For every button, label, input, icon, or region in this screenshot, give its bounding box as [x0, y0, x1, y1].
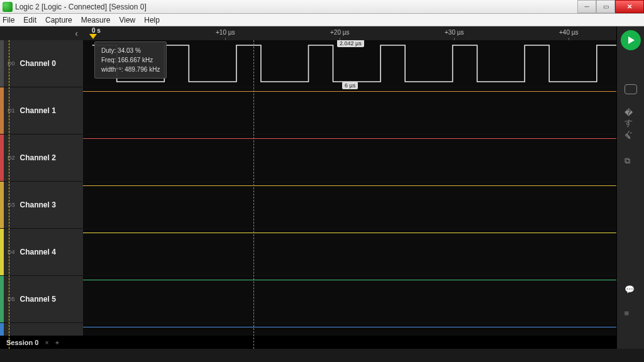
- app-icon: [3, 2, 13, 12]
- channel-id: D5: [8, 296, 15, 302]
- channel-color-swatch: [0, 229, 4, 275]
- time-tick: +20 µs: [330, 29, 350, 36]
- channel-track[interactable]: D4 Channel 4 H L: [0, 229, 644, 276]
- flat-waveform: [83, 185, 644, 186]
- session-tab[interactable]: Session 0: [6, 339, 38, 346]
- pulse-width-label: 2.042 µs: [337, 40, 364, 47]
- channel-color-swatch: [0, 276, 4, 322]
- waveform-area[interactable]: [83, 182, 644, 228]
- time-zero-label: 0 s: [92, 27, 101, 34]
- session-bar: Session 0 × + 4 µs ˄: [0, 336, 644, 349]
- period-label: 6 µs: [342, 82, 358, 89]
- extensions-panel-icon[interactable]: ⧉: [625, 156, 637, 166]
- waveform-area[interactable]: [83, 229, 644, 275]
- measurement-tooltip: Duty: 34.03 %Freq: 166.667 kHzwidth⁻¹: 4…: [94, 41, 167, 79]
- channel-name: Channel 1: [20, 106, 56, 115]
- menu-file[interactable]: File: [3, 16, 14, 25]
- waveform-area[interactable]: [83, 134, 644, 181]
- channel-color-swatch: [0, 182, 4, 228]
- channel-track[interactable]: D3 Channel 3 H L: [0, 182, 644, 229]
- channel-label[interactable]: D0 Channel 0 H L: [0, 40, 83, 87]
- window-maximize-button[interactable]: ▭: [596, 0, 615, 13]
- window-titlebar: Logic 2 [Logic - Connected] [Session 0] …: [0, 0, 644, 14]
- time-tick: +40 µs: [559, 29, 579, 36]
- device-panel-icon[interactable]: [625, 84, 637, 94]
- menu-bar: File Edit Capture Measure View Help: [0, 14, 644, 26]
- right-sidebar: �すぐ ✎ ⧉ 💬 ≡: [616, 26, 644, 349]
- menu-capture[interactable]: Capture: [45, 16, 72, 25]
- channel-color-swatch: [0, 87, 4, 134]
- new-session-button[interactable]: +: [55, 339, 59, 346]
- flat-waveform: [83, 233, 644, 233]
- channel-id: D1: [8, 107, 15, 114]
- channel-name: Channel 0: [20, 59, 56, 68]
- channel-name: Channel 2: [20, 153, 56, 162]
- menu-edit[interactable]: Edit: [23, 16, 36, 25]
- channel-label[interactable]: D2 Channel 2 H L: [0, 134, 83, 181]
- channel-track[interactable]: D0 Channel 0 H LDuty: 34.03 %Freq: 166.6…: [0, 40, 644, 87]
- channel-label[interactable]: D3 Channel 3 H L: [0, 182, 83, 228]
- channel-track[interactable]: D1 Channel 1 H L: [0, 87, 644, 134]
- run-capture-button[interactable]: [621, 30, 641, 50]
- collapse-sidebar-button[interactable]: ‹: [0, 28, 83, 38]
- menu-view[interactable]: View: [119, 16, 135, 25]
- flat-waveform: [83, 91, 644, 92]
- channel-id: D4: [8, 249, 15, 255]
- channel-color-swatch: [0, 40, 4, 87]
- channel-id: D2: [8, 155, 15, 161]
- timeline-header[interactable]: ‹ 0 s +10 µs+20 µs+30 µs+40 µs: [0, 26, 644, 40]
- channel-label[interactable]: D1 Channel 1 H L: [0, 87, 83, 134]
- channel-label[interactable]: D4 Channel 4 H L: [0, 229, 83, 275]
- tracks-area[interactable]: D0 Channel 0 H LDuty: 34.03 %Freq: 166.6…: [0, 40, 644, 349]
- channel-track[interactable]: D5 Channel 5 H L: [0, 276, 644, 323]
- channel-name: Channel 5: [20, 295, 56, 304]
- window-title: Logic 2 [Logic - Connected] [Session 0]: [15, 3, 577, 11]
- feedback-icon[interactable]: 💬: [625, 285, 637, 295]
- close-session-button[interactable]: ×: [45, 339, 48, 346]
- channel-id: D0: [8, 60, 15, 67]
- channel-track[interactable]: D2 Channel 2 H L: [0, 134, 644, 182]
- channel-label[interactable]: D5 Channel 5 H L: [0, 276, 83, 322]
- waveform-area[interactable]: [83, 87, 644, 134]
- channel-color-swatch: [0, 134, 4, 181]
- waveform-area[interactable]: Duty: 34.03 %Freq: 166.667 kHzwidth⁻¹: 4…: [83, 40, 644, 87]
- window-close-button[interactable]: ✕: [615, 0, 644, 13]
- menu-help[interactable]: Help: [144, 16, 160, 25]
- time-ruler[interactable]: 0 s +10 µs+20 µs+30 µs+40 µs: [83, 26, 644, 40]
- waveform-area[interactable]: [83, 276, 644, 322]
- app-body: ‹ 0 s +10 µs+20 µs+30 µs+40 µs D0 Channe…: [0, 26, 644, 349]
- channel-name: Channel 4: [20, 248, 56, 256]
- time-tick: +30 µs: [445, 29, 464, 36]
- flat-waveform: [83, 280, 644, 280]
- menu-icon[interactable]: ≡: [625, 309, 637, 319]
- analyzers-panel-icon[interactable]: �すぐ: [625, 108, 637, 118]
- flat-waveform: [83, 327, 644, 327]
- measure-panel-icon[interactable]: ✎: [625, 132, 637, 142]
- channel-id: D3: [8, 202, 15, 208]
- channel-name: Channel 3: [20, 200, 56, 209]
- menu-measure[interactable]: Measure: [81, 16, 111, 25]
- flat-waveform: [83, 138, 644, 139]
- timing-marker-icon[interactable]: [89, 34, 97, 39]
- time-tick: +10 µs: [216, 29, 235, 36]
- window-minimize-button[interactable]: ─: [577, 0, 596, 13]
